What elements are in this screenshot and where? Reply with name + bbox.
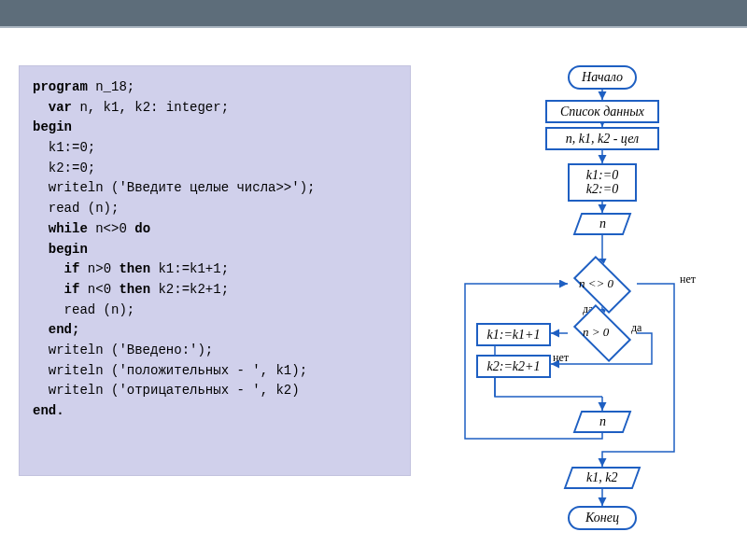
code-l11d: k2:=k2+1; bbox=[150, 282, 229, 297]
flow-datalist-label: Список данных bbox=[560, 105, 644, 119]
kw-program: program bbox=[33, 79, 88, 94]
flowchart: Начало Список данных n, k1, k2 - цел k1:… bbox=[430, 65, 719, 541]
kw-do: do bbox=[134, 221, 150, 236]
kw-while: while bbox=[33, 221, 88, 236]
kw-end1: end; bbox=[33, 322, 79, 337]
code-l10d: k1:=k1+1; bbox=[150, 261, 229, 276]
flow-cond1-no: нет bbox=[680, 273, 696, 287]
flow-end-label: Конец bbox=[585, 511, 619, 525]
flow-init-label: k1:=0 k2:=0 bbox=[586, 168, 618, 197]
flow-init: k1:=0 k2:=0 bbox=[568, 163, 637, 202]
code-l12: read (n); bbox=[33, 302, 134, 317]
code-l1b: n_18; bbox=[88, 79, 134, 94]
code-l15: writeln ('положительных - ', k1); bbox=[33, 363, 307, 378]
kw-begin: begin bbox=[33, 119, 72, 134]
flow-read-n1-label: n bbox=[599, 217, 606, 231]
flow-start: Начало bbox=[568, 65, 637, 90]
flow-cond1-label: n <> 0 bbox=[579, 276, 613, 291]
flow-output-label: k1, k2 bbox=[586, 470, 617, 484]
code-l11b: n<0 bbox=[79, 282, 119, 297]
code-l8b: n<>0 bbox=[88, 221, 134, 236]
flow-assign-k1: k1:=k1+1 bbox=[476, 323, 551, 346]
kw-if2: if bbox=[33, 282, 79, 297]
content-area: program n_18; var n, k1, k2: integer; be… bbox=[0, 28, 747, 560]
flow-datalist: Список данных bbox=[545, 100, 659, 123]
flow-start-label: Начало bbox=[582, 70, 623, 84]
kw-if1: if bbox=[33, 261, 79, 276]
flow-cond2-label: n > 0 bbox=[583, 325, 609, 340]
code-l7: read (n); bbox=[33, 201, 119, 216]
code-l5: k2:=0; bbox=[33, 161, 95, 175]
flow-end: Конец bbox=[568, 506, 637, 530]
kw-end2: end. bbox=[33, 403, 64, 418]
kw-var: var bbox=[33, 100, 72, 115]
code-l14: writeln ('Введено:'); bbox=[33, 343, 213, 357]
code-l16: writeln ('отрицательных - ', k2) bbox=[33, 383, 300, 398]
code-l2b: n, k1, k2: integer; bbox=[72, 100, 229, 115]
flow-cond2-no: нет bbox=[553, 351, 569, 365]
flow-read-n1: n bbox=[573, 213, 632, 235]
flow-read-n2: n bbox=[573, 411, 632, 433]
code-l4: k1:=0; bbox=[33, 140, 95, 155]
flow-vars-label: n, k1, k2 - цел bbox=[566, 132, 639, 146]
flow-assign-k1-label: k1:=k1+1 bbox=[487, 328, 541, 342]
flow-vars: n, k1, k2 - цел bbox=[545, 127, 659, 150]
flow-assign-k2: k2:=k2+1 bbox=[476, 355, 551, 378]
kw-then2: then bbox=[119, 282, 150, 297]
code-l6: writeln ('Введите целые числа>>'); bbox=[33, 180, 315, 195]
flow-assign-k2-label: k2:=k2+1 bbox=[487, 359, 541, 373]
flow-output: k1, k2 bbox=[564, 467, 641, 489]
title-bar bbox=[0, 0, 747, 28]
flow-read-n2-label: n bbox=[599, 414, 606, 428]
kw-begin2: begin bbox=[33, 242, 88, 257]
kw-then1: then bbox=[119, 261, 150, 276]
code-l10b: n>0 bbox=[79, 261, 119, 276]
flow-cond2-yes: да bbox=[631, 321, 641, 335]
pascal-code: program n_18; var n, k1, k2: integer; be… bbox=[19, 65, 411, 476]
